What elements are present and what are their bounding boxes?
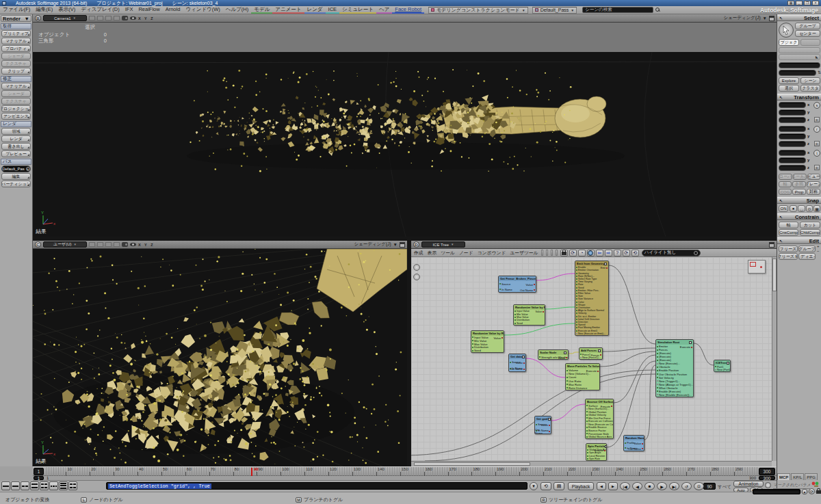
ice-node-port[interactable]: Value <box>516 360 525 366</box>
viewport-layout-3[interactable] <box>21 481 29 490</box>
play-icon[interactable]: ▶ <box>657 482 667 490</box>
mcp-button[interactable]: クラスタ <box>800 85 820 92</box>
maximize-viewport-icon[interactable] <box>769 16 774 21</box>
timeline-ruler[interactable]: 1 10203040506070809010011012013014015016… <box>33 466 777 476</box>
back-icon[interactable]: ⇦ <box>596 250 603 256</box>
transform-mode-s[interactable]: s <box>813 102 820 109</box>
menu-item[interactable]: IFX <box>122 6 136 14</box>
menu-item[interactable]: 表示(V) <box>55 6 78 14</box>
transform-value-field[interactable] <box>779 133 806 140</box>
transform-mode-t[interactable]: t <box>813 150 820 157</box>
ice-graph-canvas[interactable]: Get Femur_Broken_PiecesSourceIn NameValu… <box>411 257 772 461</box>
transform-mode-r[interactable]: r <box>813 126 820 133</box>
transform-value-field[interactable] <box>779 126 806 132</box>
ice-node-port[interactable]: Ratio Distance <box>566 386 599 390</box>
ice-node-port[interactable]: Value <box>494 336 503 340</box>
auto-refresh-icon[interactable]: ◔ <box>578 250 586 256</box>
ice-node-port[interactable]: Seed <box>514 322 545 325</box>
viewport-camera[interactable]: B Camera1▼ X Y Z シェーディング(J)▼ 選択 オブジェクト0 … <box>33 14 777 237</box>
ice-node[interactable]: Randomize Value by RangeInput ValueMin V… <box>471 330 504 353</box>
script-history-button[interactable]: ▾ <box>530 482 538 490</box>
first-frame-icon[interactable]: |◀ <box>620 482 630 490</box>
toolbar-button[interactable]: アンビエンス <box>1 113 31 120</box>
viewport-letter-button[interactable]: C <box>35 241 41 248</box>
menu-item[interactable]: Arnold <box>163 6 183 14</box>
ice-menu-item[interactable]: 表示 <box>428 250 437 256</box>
stop-icon[interactable]: ■ <box>644 482 655 490</box>
visibility-icon[interactable] <box>130 242 136 247</box>
selection-field[interactable] <box>779 62 820 68</box>
end-frame-box[interactable]: 300 <box>759 476 775 480</box>
maximize-viewport-icon[interactable] <box>769 242 774 248</box>
snap-curve-icon[interactable]: ◡ <box>798 205 805 212</box>
mcp-button[interactable]: イミディエイト <box>798 253 816 260</box>
viewport-layout-2[interactable] <box>11 481 20 490</box>
ice-node[interactable]: Bounce Off SurfaceSurfaceNew (Surface1).… <box>585 399 614 439</box>
ice-view-selector[interactable]: ICE Tree▼ <box>421 241 465 248</box>
transform-menu-icon[interactable]: ≡ <box>814 165 820 170</box>
ice-node-port[interactable]: Execute <box>595 449 605 452</box>
toolbar-button[interactable]: プロパティ <box>1 45 31 52</box>
mcp-button[interactable]: Prop <box>792 189 806 195</box>
search-icon[interactable] <box>655 8 660 12</box>
ice-node[interactable]: ICETreePort1New (Port1)... <box>714 360 731 372</box>
pass-selector-dropdown[interactable]: Default_Pass▼ <box>532 7 577 14</box>
ice-round-button-2[interactable] <box>413 274 420 280</box>
ice-node-port[interactable]: Value <box>526 282 535 287</box>
close-button[interactable]: × <box>812 1 819 5</box>
menu-item[interactable]: ヘルプ(H) <box>223 6 251 14</box>
loop-icon[interactable]: ↺ <box>681 482 692 490</box>
viewport-user[interactable]: C ユーザ(U)▼ X Y Z シェーディング(J)▼ 結果 Y x <box>33 241 407 466</box>
tab-kpl[interactable]: KP/L <box>791 473 804 480</box>
construction-mode-dropdown[interactable]: モデリングコンストラクションモード▼ <box>428 7 528 14</box>
ice-node-port[interactable]: Out Name <box>520 287 535 293</box>
globe-icon[interactable] <box>587 250 595 256</box>
toolbar-button[interactable]: 編集 <box>1 173 31 180</box>
selection-field[interactable] <box>779 70 816 76</box>
snap-center-icon[interactable]: ⊙ <box>806 205 813 212</box>
tab-ppg[interactable]: PPG <box>805 473 818 480</box>
mcp-button[interactable]: カット <box>800 222 820 228</box>
step-forward-icon[interactable]: ▶ <box>608 482 618 490</box>
mcp-button[interactable]: ビュー <box>807 174 820 180</box>
shading-mode-selector[interactable]: シェーディング(J) <box>724 15 761 21</box>
viewport-layout-5[interactable] <box>40 481 49 490</box>
ice-node-port[interactable]: Seed <box>471 349 504 352</box>
playback-frame-box[interactable]: 90 <box>703 483 716 490</box>
ice-node-port[interactable]: Emit <box>601 267 608 269</box>
memo-cam-4[interactable] <box>114 16 120 21</box>
viewport-letter-button[interactable]: B <box>35 15 41 21</box>
axis-toggle[interactable]: X Y Z <box>138 243 155 247</box>
object-filter-button[interactable]: オブジェクト <box>779 39 799 46</box>
refresh-icon[interactable]: ⟳ <box>569 250 577 256</box>
transform-value-field[interactable] <box>779 102 806 108</box>
ice-horizontal-scrollbar[interactable] <box>411 461 772 466</box>
mcp-button[interactable]: 対称 <box>807 189 820 195</box>
user-3d-view[interactable] <box>33 249 407 466</box>
ice-node-port[interactable]: Value <box>634 441 643 447</box>
ice-node[interactable]: Get dataSourceIn NameValueOut Name <box>508 354 526 372</box>
snap-grid-icon[interactable]: ▦ <box>813 205 820 212</box>
viewport-layout-1[interactable] <box>1 481 10 490</box>
menu-item[interactable]: RealFlow <box>135 6 162 14</box>
ice-menu-item[interactable]: コンポウンド <box>478 250 506 256</box>
camera-icon[interactable] <box>122 16 128 21</box>
mcp-button[interactable]: センター <box>795 30 820 37</box>
ice-round-button-1[interactable] <box>413 264 420 271</box>
freeze-button[interactable]: フリーズ <box>779 246 798 252</box>
memo-cam-4[interactable] <box>114 242 120 247</box>
timeline-end-box[interactable]: 300 <box>759 468 775 475</box>
viewport-layout-7[interactable] <box>59 481 68 490</box>
transform-value-field[interactable] <box>779 157 806 163</box>
viewport-letter-button[interactable]: D <box>413 241 419 248</box>
ice-node-port[interactable]: New (Enable (Execute))... <box>656 393 693 397</box>
ice-node[interactable]: Random HandlesProfileIn NameValueOut Nam… <box>623 435 644 451</box>
lock-icon[interactable] <box>560 250 568 256</box>
camera-3d-view[interactable] <box>33 52 777 237</box>
transform-value-field[interactable] <box>779 109 806 116</box>
ice-menu-item[interactable]: 作成 <box>414 250 423 256</box>
memo-cam-1[interactable] <box>89 16 95 21</box>
toolbar-button[interactable]: プリミティブ <box>1 30 31 37</box>
animation-menu-button[interactable]: Animation <box>733 481 764 487</box>
mcp-button[interactable] <box>800 39 820 46</box>
